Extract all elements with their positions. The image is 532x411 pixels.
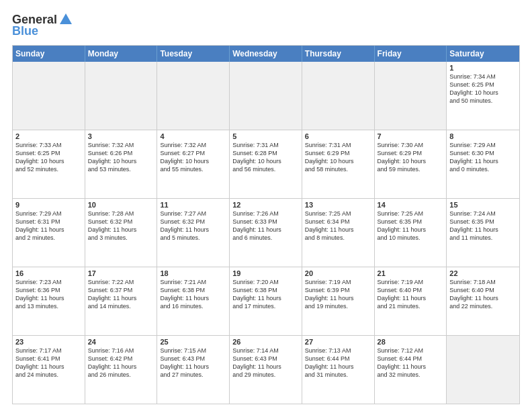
calendar-cell: 21Sunrise: 7:19 AMSunset: 6:40 PMDayligh… [375, 267, 447, 335]
calendar-cell: 24Sunrise: 7:16 AMSunset: 6:42 PMDayligh… [85, 336, 158, 404]
cell-info: Sunrise: 7:23 AMSunset: 6:36 PMDaylight:… [15, 278, 82, 311]
cell-info: Sunrise: 7:31 AMSunset: 6:29 PMDaylight:… [305, 141, 371, 174]
calendar-cell: 17Sunrise: 7:22 AMSunset: 6:37 PMDayligh… [85, 267, 158, 335]
day-number: 23 [15, 338, 82, 346]
calendar-cell: 16Sunrise: 7:23 AMSunset: 6:36 PMDayligh… [13, 267, 85, 335]
cell-info: Sunrise: 7:34 AMSunset: 6:25 PMDaylight:… [449, 73, 517, 105]
cell-info: Sunrise: 7:17 AMSunset: 6:41 PMDaylight:… [15, 347, 82, 379]
cell-info: Sunrise: 7:19 AMSunset: 6:39 PMDaylight:… [305, 278, 371, 311]
cell-info: Sunrise: 7:33 AMSunset: 6:25 PMDaylight:… [15, 141, 82, 174]
day-number: 25 [160, 338, 226, 346]
calendar-cell [13, 62, 85, 130]
cell-info: Sunrise: 7:24 AMSunset: 6:35 PMDaylight:… [449, 210, 517, 242]
calendar-row: 1Sunrise: 7:34 AMSunset: 6:25 PMDaylight… [13, 62, 519, 130]
cell-info: Sunrise: 7:29 AMSunset: 6:30 PMDaylight:… [449, 141, 517, 174]
day-number: 16 [15, 269, 82, 277]
day-number: 26 [232, 338, 299, 346]
cell-info: Sunrise: 7:20 AMSunset: 6:38 PMDaylight:… [232, 278, 299, 311]
day-number: 9 [15, 201, 82, 209]
svg-marker-0 [60, 13, 72, 24]
cell-info: Sunrise: 7:12 AMSunset: 6:44 PMDaylight:… [378, 347, 444, 379]
day-number: 19 [232, 269, 299, 277]
weekday-header: Sunday [13, 46, 85, 62]
calendar-cell [302, 62, 375, 130]
cell-info: Sunrise: 7:25 AMSunset: 6:34 PMDaylight:… [305, 210, 371, 242]
cell-info: Sunrise: 7:15 AMSunset: 6:43 PMDaylight:… [160, 347, 226, 379]
calendar-cell: 26Sunrise: 7:14 AMSunset: 6:43 PMDayligh… [230, 336, 302, 404]
calendar-cell: 15Sunrise: 7:24 AMSunset: 6:35 PMDayligh… [447, 199, 519, 267]
day-number: 3 [88, 132, 154, 140]
day-number: 4 [160, 132, 226, 140]
day-number: 21 [378, 269, 444, 277]
calendar-cell: 13Sunrise: 7:25 AMSunset: 6:34 PMDayligh… [302, 199, 375, 267]
day-number: 8 [449, 132, 517, 140]
calendar-body: 1Sunrise: 7:34 AMSunset: 6:25 PMDaylight… [13, 62, 519, 404]
day-number: 5 [232, 132, 299, 140]
day-number: 22 [449, 269, 517, 277]
cell-info: Sunrise: 7:14 AMSunset: 6:43 PMDaylight:… [232, 347, 299, 379]
day-number: 18 [160, 269, 226, 277]
calendar-row: 9Sunrise: 7:29 AMSunset: 6:31 PMDaylight… [13, 198, 519, 267]
weekday-header: Friday [375, 46, 447, 62]
calendar-row: 2Sunrise: 7:33 AMSunset: 6:25 PMDaylight… [13, 130, 519, 198]
day-number: 2 [15, 132, 82, 140]
day-number: 15 [449, 201, 517, 209]
calendar-cell: 12Sunrise: 7:26 AMSunset: 6:33 PMDayligh… [230, 199, 302, 267]
calendar-row: 23Sunrise: 7:17 AMSunset: 6:41 PMDayligh… [13, 335, 519, 404]
header: General Blue [12, 12, 520, 38]
calendar-cell: 3Sunrise: 7:32 AMSunset: 6:26 PMDaylight… [85, 130, 158, 198]
page: General Blue SundayMondayTuesdayWednesda… [0, 0, 532, 411]
logo: General Blue [12, 12, 73, 38]
weekday-header: Monday [85, 46, 158, 62]
day-number: 10 [88, 201, 154, 209]
cell-info: Sunrise: 7:21 AMSunset: 6:38 PMDaylight:… [160, 278, 226, 311]
cell-info: Sunrise: 7:18 AMSunset: 6:40 PMDaylight:… [449, 278, 517, 311]
day-number: 7 [378, 132, 444, 140]
calendar-cell: 8Sunrise: 7:29 AMSunset: 6:30 PMDaylight… [447, 130, 519, 198]
calendar-cell [157, 62, 230, 130]
weekday-header: Wednesday [230, 46, 302, 62]
logo-icon [58, 12, 73, 27]
day-number: 27 [305, 338, 371, 346]
day-number: 28 [378, 338, 444, 346]
calendar-cell: 18Sunrise: 7:21 AMSunset: 6:38 PMDayligh… [157, 267, 230, 335]
calendar: SundayMondayTuesdayWednesdayThursdayFrid… [12, 45, 520, 404]
calendar-cell: 11Sunrise: 7:27 AMSunset: 6:32 PMDayligh… [157, 199, 230, 267]
calendar-cell: 10Sunrise: 7:28 AMSunset: 6:32 PMDayligh… [85, 199, 158, 267]
cell-info: Sunrise: 7:27 AMSunset: 6:32 PMDaylight:… [160, 210, 226, 242]
calendar-row: 16Sunrise: 7:23 AMSunset: 6:36 PMDayligh… [13, 267, 519, 335]
weekday-header: Saturday [447, 46, 519, 62]
calendar-cell: 27Sunrise: 7:13 AMSunset: 6:44 PMDayligh… [302, 336, 375, 404]
calendar-cell: 1Sunrise: 7:34 AMSunset: 6:25 PMDaylight… [447, 62, 519, 130]
calendar-cell: 9Sunrise: 7:29 AMSunset: 6:31 PMDaylight… [13, 199, 85, 267]
cell-info: Sunrise: 7:22 AMSunset: 6:37 PMDaylight:… [88, 278, 154, 311]
cell-info: Sunrise: 7:31 AMSunset: 6:28 PMDaylight:… [232, 141, 299, 174]
calendar-cell: 6Sunrise: 7:31 AMSunset: 6:29 PMDaylight… [302, 130, 375, 198]
cell-info: Sunrise: 7:16 AMSunset: 6:42 PMDaylight:… [88, 347, 154, 379]
calendar-cell: 23Sunrise: 7:17 AMSunset: 6:41 PMDayligh… [13, 336, 85, 404]
cell-info: Sunrise: 7:26 AMSunset: 6:33 PMDaylight:… [232, 210, 299, 242]
day-number: 24 [88, 338, 154, 346]
cell-info: Sunrise: 7:25 AMSunset: 6:35 PMDaylight:… [378, 210, 444, 242]
cell-info: Sunrise: 7:32 AMSunset: 6:26 PMDaylight:… [88, 141, 154, 174]
calendar-cell [85, 62, 158, 130]
cell-info: Sunrise: 7:30 AMSunset: 6:29 PMDaylight:… [378, 141, 444, 174]
day-number: 11 [160, 201, 226, 209]
weekday-header: Tuesday [157, 46, 230, 62]
day-number: 1 [449, 64, 517, 72]
day-number: 6 [305, 132, 371, 140]
day-number: 13 [305, 201, 371, 209]
calendar-cell: 7Sunrise: 7:30 AMSunset: 6:29 PMDaylight… [375, 130, 447, 198]
calendar-cell: 28Sunrise: 7:12 AMSunset: 6:44 PMDayligh… [375, 336, 447, 404]
calendar-cell: 2Sunrise: 7:33 AMSunset: 6:25 PMDaylight… [13, 130, 85, 198]
calendar-cell: 19Sunrise: 7:20 AMSunset: 6:38 PMDayligh… [230, 267, 302, 335]
cell-info: Sunrise: 7:19 AMSunset: 6:40 PMDaylight:… [378, 278, 444, 311]
calendar-cell: 22Sunrise: 7:18 AMSunset: 6:40 PMDayligh… [447, 267, 519, 335]
calendar-cell [447, 336, 519, 404]
calendar-cell: 4Sunrise: 7:32 AMSunset: 6:27 PMDaylight… [157, 130, 230, 198]
cell-info: Sunrise: 7:32 AMSunset: 6:27 PMDaylight:… [160, 141, 226, 174]
calendar-header: SundayMondayTuesdayWednesdayThursdayFrid… [13, 46, 519, 62]
calendar-cell [375, 62, 447, 130]
calendar-cell: 20Sunrise: 7:19 AMSunset: 6:39 PMDayligh… [302, 267, 375, 335]
calendar-cell: 14Sunrise: 7:25 AMSunset: 6:35 PMDayligh… [375, 199, 447, 267]
